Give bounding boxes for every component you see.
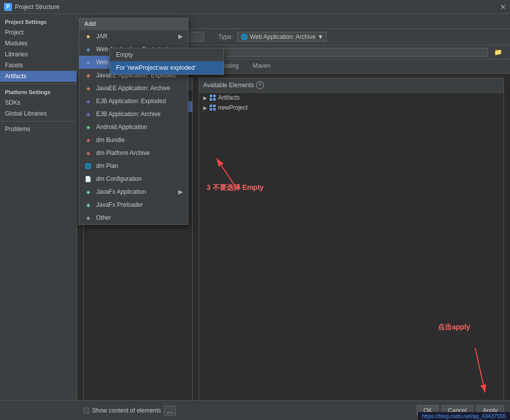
sidebar-item-artifacts[interactable]: Artifacts xyxy=(0,71,77,82)
other-icon: ◈ xyxy=(84,214,92,222)
sidebar-item-facets[interactable]: Facets xyxy=(0,60,77,71)
menu-item-dm-plan[interactable]: 🌐 dm Plan xyxy=(79,159,188,172)
jar-arrow: ▶ xyxy=(178,33,183,40)
platform-settings-header: Platform Settings xyxy=(0,86,77,97)
browse-output-button[interactable]: 📁 xyxy=(492,47,504,57)
javaee-archive-icon: ◈ xyxy=(84,84,92,92)
title-bar-text: Project Structure xyxy=(15,3,59,10)
sidebar-item-modules[interactable]: Modules xyxy=(0,38,77,49)
menu-item-javaee-archive[interactable]: ◈ JavaEE Application: Archive xyxy=(79,82,188,95)
android-icon: ◈ xyxy=(84,123,92,131)
sidebar-divider-2 xyxy=(0,121,77,122)
menu-item-ejb-archive[interactable]: ◈ EJB Application: Archive xyxy=(79,108,188,121)
jar-icon: ■ xyxy=(84,32,92,40)
main-container: Project Settings Project Modules Librari… xyxy=(0,14,510,420)
dm-config-icon: 📄 xyxy=(84,175,92,183)
submenu-item-empty[interactable]: Empty xyxy=(110,48,224,61)
sidebar-item-project[interactable]: Project xyxy=(0,27,77,38)
type-dropdown-arrow[interactable]: ▼ xyxy=(318,33,324,40)
tree-item-artifacts[interactable]: ▶ Artifacts xyxy=(199,93,504,103)
menu-item-jar[interactable]: ■ JAR ▶ xyxy=(79,30,188,43)
checkbox-container: Show content of elements ... xyxy=(83,406,176,416)
project-settings-header: Project Settings xyxy=(0,16,77,27)
menu-item-other[interactable]: ◈ Other xyxy=(79,211,188,224)
menu-item-javafx-preloader[interactable]: ◈ JavaFx Preloader xyxy=(79,198,188,211)
ejb-exploded-icon: ◈ xyxy=(84,97,92,105)
menu-item-dm-config[interactable]: 📄 dm Configuration xyxy=(79,172,188,185)
tree-item-newproject[interactable]: ▶ newProject xyxy=(199,103,504,113)
menu-item-ejb-exploded[interactable]: ◈ EJB Application: Exploded xyxy=(79,95,188,108)
svg-rect-7 xyxy=(213,108,216,111)
tree-arrow-newproject: ▶ xyxy=(203,105,207,111)
sidebar-item-libraries[interactable]: Libraries xyxy=(0,49,77,60)
submenu: Empty For 'newProject:war exploded' xyxy=(110,48,224,75)
menu-item-dm-platform[interactable]: ◈ dm Platform Archive xyxy=(79,146,188,159)
sidebar-divider xyxy=(0,84,77,84)
dm-bundle-icon: ◈ xyxy=(84,136,92,144)
dm-platform-icon: ◈ xyxy=(84,149,92,157)
javafx-app-icon: ◈ xyxy=(84,188,92,196)
submenu-item-for-exploded[interactable]: For 'newProject:war exploded' xyxy=(110,61,224,74)
type-icon: 🌐 xyxy=(241,33,248,40)
menu-item-javafx-app[interactable]: ◈ JavaFx Application ▶ xyxy=(79,185,188,198)
type-value: 🌐 Web Application: Archive ▼ xyxy=(237,32,327,42)
web-exploded-icon: ◈ xyxy=(84,45,92,53)
type-label: Type: xyxy=(218,33,233,40)
sidebar-item-global-libraries[interactable]: Global Libraries xyxy=(0,108,77,119)
javafx-app-arrow: ▶ xyxy=(178,188,183,195)
available-elements-help[interactable]: ? xyxy=(256,81,264,89)
show-content-label: Show content of elements xyxy=(92,407,161,414)
dm-plan-icon: 🌐 xyxy=(84,162,92,170)
svg-rect-4 xyxy=(210,105,212,107)
javaee-exploded-icon: ◈ xyxy=(84,71,92,79)
menu-item-android[interactable]: ◈ Android Application xyxy=(79,121,188,134)
tab-maven[interactable]: Maven xyxy=(246,59,277,73)
title-bar: P Project Structure ✕ xyxy=(0,0,510,14)
svg-rect-2 xyxy=(210,98,212,101)
ejb-archive-icon: ◈ xyxy=(84,110,92,118)
javafx-preloader-icon: ◈ xyxy=(84,201,92,209)
menu-item-dm-bundle[interactable]: ◈ dm Bundle xyxy=(79,134,188,146)
svg-rect-5 xyxy=(213,105,216,107)
svg-rect-0 xyxy=(210,95,212,97)
more-options-button[interactable]: ... xyxy=(164,406,176,416)
svg-rect-1 xyxy=(213,95,216,97)
available-elements-panel: Available Elements ? ▶ Artifacts ▶ xyxy=(199,78,504,416)
app-icon: P xyxy=(4,3,12,11)
close-button[interactable]: ✕ xyxy=(500,3,506,11)
web-archive-icon: ◈ xyxy=(84,58,92,66)
tree-arrow-artifacts: ▶ xyxy=(203,95,207,101)
newproject-icon xyxy=(209,104,216,111)
add-menu-title: Add xyxy=(79,18,188,30)
url-bar: https://blog.csdn.net/qq_43437555 xyxy=(418,412,510,420)
show-content-checkbox[interactable] xyxy=(83,408,89,414)
sidebar: Project Settings Project Modules Librari… xyxy=(0,14,77,420)
svg-rect-3 xyxy=(213,98,216,101)
artifacts-icon xyxy=(209,94,216,101)
available-elements-header: Available Elements ? xyxy=(199,78,504,93)
sidebar-item-problems[interactable]: Problems xyxy=(0,124,77,135)
sidebar-item-sdks[interactable]: SDKs xyxy=(0,97,77,108)
svg-rect-6 xyxy=(210,108,212,111)
